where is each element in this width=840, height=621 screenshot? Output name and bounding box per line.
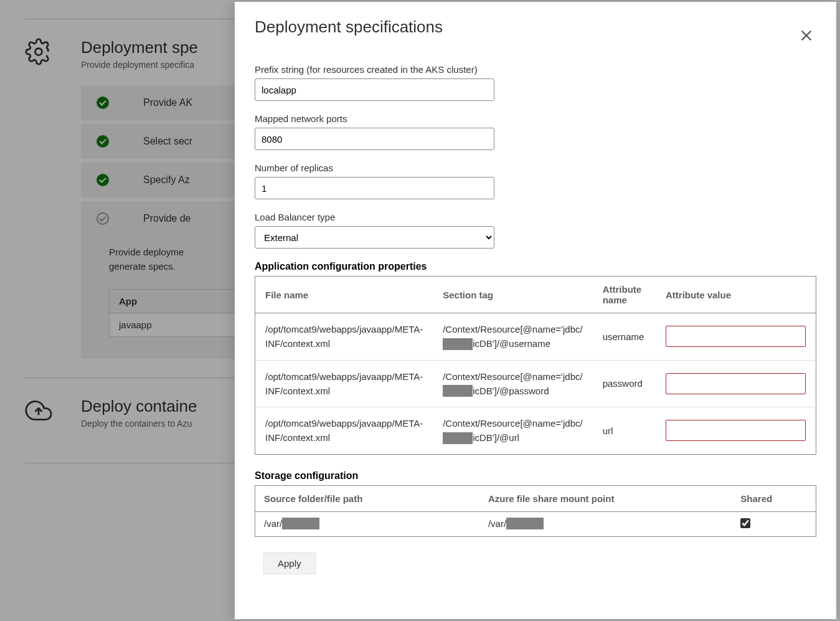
ports-label: Mapped network ports (255, 113, 816, 124)
config-attrname: password (593, 360, 656, 407)
col-header-mount: Azure file share mount point (479, 485, 732, 511)
config-filename: /opt/tomcat9/webapps/javaapp/META-INF/co… (255, 313, 433, 361)
redacted-box (282, 518, 319, 529)
config-row: /opt/tomcat9/webapps/javaapp/META-INF/co… (255, 407, 816, 455)
config-props-table: File name Section tag Attribute name Att… (255, 276, 816, 455)
replicas-group: Number of replicas (255, 163, 816, 199)
col-header-sectiontag: Section tag (433, 277, 592, 313)
close-icon (800, 29, 813, 42)
storage-mount: /var/ (479, 511, 732, 537)
storage-config-heading: Storage configuration (255, 470, 816, 481)
config-attrvalue-cell (656, 360, 816, 407)
modal-title: Deployment specifications (255, 17, 443, 37)
col-header-attrname: Attribute name (593, 277, 656, 313)
storage-row: /var/ /var/ (255, 511, 816, 537)
config-attrname: username (593, 313, 656, 361)
loadbalancer-label: Load Balancer type (255, 212, 816, 222)
col-header-shared: Shared (732, 485, 816, 511)
config-attrname: url (593, 407, 656, 455)
loadbalancer-select[interactable]: External (255, 226, 494, 249)
shared-checkbox[interactable] (740, 518, 750, 528)
prefix-label: Prefix string (for resources created in … (255, 64, 816, 75)
modal-header: Deployment specifications (255, 17, 816, 49)
storage-source: /var/ (255, 511, 479, 537)
replicas-label: Number of replicas (255, 163, 816, 173)
mapped-ports-group: Mapped network ports (255, 113, 816, 150)
config-filename: /opt/tomcat9/webapps/javaapp/META-INF/co… (255, 360, 433, 407)
config-sectiontag: /Context/Resource[@name='jdbc/icDB']/@us… (433, 313, 592, 361)
col-header-attrvalue: Attribute value (656, 277, 816, 313)
config-row: /opt/tomcat9/webapps/javaapp/META-INF/co… (255, 313, 816, 361)
config-row: /opt/tomcat9/webapps/javaapp/META-INF/co… (255, 360, 816, 407)
storage-shared (732, 511, 816, 537)
config-filename: /opt/tomcat9/webapps/javaapp/META-INF/co… (255, 407, 433, 455)
redacted-box (443, 432, 473, 444)
config-attrvalue-cell (656, 313, 816, 361)
deployment-spec-modal: Deployment specifications Prefix string … (235, 2, 836, 619)
loadbalancer-group: Load Balancer type External (255, 212, 816, 249)
config-sectiontag: /Context/Resource[@name='jdbc/icDB']/@ur… (433, 407, 592, 455)
ports-input[interactable] (255, 128, 494, 150)
storage-config-table: Source folder/file path Azure file share… (255, 485, 816, 538)
col-header-source: Source folder/file path (255, 485, 479, 511)
close-button[interactable] (796, 24, 816, 49)
prefix-input[interactable] (255, 78, 494, 101)
redacted-box (506, 518, 544, 529)
config-props-heading: Application configuration properties (255, 261, 816, 272)
config-attrvalue-cell (656, 407, 816, 455)
redacted-box (443, 385, 473, 397)
apply-button[interactable]: Apply (263, 552, 316, 574)
col-header-filename: File name (255, 277, 433, 313)
redacted-box (443, 338, 473, 350)
attr-value-input[interactable] (666, 326, 806, 347)
attr-value-input[interactable] (666, 373, 806, 394)
attr-value-input[interactable] (666, 420, 806, 441)
config-sectiontag: /Context/Resource[@name='jdbc/icDB']/@pa… (433, 360, 592, 407)
prefix-string-group: Prefix string (for resources created in … (255, 64, 816, 101)
replicas-input[interactable] (255, 177, 494, 199)
